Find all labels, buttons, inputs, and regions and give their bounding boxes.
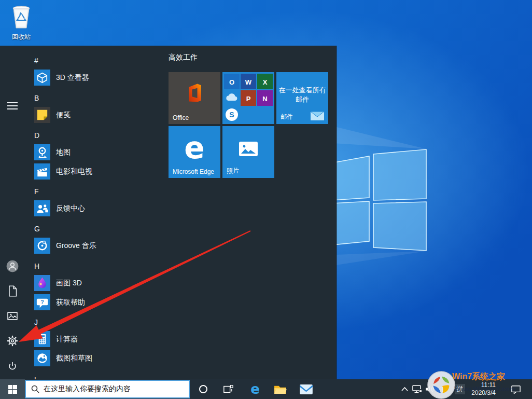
app-item-3d-viewer[interactable]: 3D 查看器 [30,68,165,87]
tile-group-label[interactable]: 高效工作 [169,53,198,62]
document-icon [6,285,19,297]
app-name: 3D 查看器 [56,73,89,82]
office-apps-grid-icon: O W X P N S [222,72,274,124]
app-name: 反馈中心 [56,204,85,213]
paint-3d-icon [34,275,50,291]
app-item-snip-sketch[interactable]: 截图和草图 [30,349,165,368]
gear-icon [6,334,19,348]
app-item-groove-music[interactable]: Groove 音乐 [30,236,165,255]
user-account-button[interactable] [0,254,25,279]
start-tiles-group: 高效工作 Office O W X P [168,46,337,379]
app-name: 计算器 [56,335,78,344]
search-placeholder: 在这里输入你要搜索的内容 [44,384,131,394]
file-explorer-icon [274,384,287,395]
search-icon [31,385,39,393]
tile-label: Office [173,114,189,121]
tray-network-button[interactable] [411,379,424,399]
svg-text:O: O [229,78,234,86]
app-name: 地图 [56,148,71,157]
svg-text:?: ? [40,299,44,305]
tile-label: Microsoft Edge [173,168,214,175]
section-letter[interactable]: D [34,129,53,142]
file-explorer-button[interactable] [270,379,290,399]
recycle-bin-shortcut[interactable]: 回收站 [5,4,37,42]
get-help-icon: ? [34,294,50,310]
app-name: 获取帮助 [56,298,85,307]
tile-label: 照片 [227,167,239,175]
tile-microsoft-edge[interactable]: e Microsoft Edge [169,126,220,178]
start-button[interactable] [0,379,25,399]
office-icon [183,81,206,104]
menu-expand-button[interactable] [0,94,25,119]
app-name: 便笺 [56,111,71,120]
app-name: 截图和草图 [56,354,92,363]
recycle-bin-label: 回收站 [5,33,37,42]
watermark-title: Win7系统之家 [452,372,505,382]
task-view-button[interactable] [218,379,239,399]
section-letter[interactable]: F [34,185,53,198]
settings-button[interactable] [0,328,25,353]
start-app-list: # 3D 查看器 B 便笺 D [25,46,168,379]
pictures-icon [6,310,19,322]
user-avatar-icon [6,259,19,273]
photos-icon [239,142,258,156]
section-letter[interactable]: H [34,260,53,272]
app-item-get-help[interactable]: ? 获取帮助 [30,293,165,312]
windows-start-icon [8,385,17,394]
section-letter[interactable]: J [34,316,53,328]
network-icon [412,384,423,394]
svg-text:S: S [229,111,234,119]
cortana-button[interactable] [193,379,214,399]
svg-text:P: P [246,95,251,103]
edge-taskbar-button[interactable]: e [245,379,265,399]
groove-music-icon [34,238,50,254]
app-item-calculator[interactable]: 计算器 [30,329,165,349]
app-item-sticky-notes[interactable]: 便笺 [30,105,165,125]
app-name: Groove 音乐 [56,241,96,251]
app-item-feedback-hub[interactable]: 反馈中心 [30,199,165,218]
app-item-paint-3d[interactable]: 画图 3D [30,273,165,293]
maps-icon [34,144,50,160]
tile-office[interactable]: Office [169,72,220,124]
app-name: 电影和电视 [56,167,92,176]
mail-icon [300,384,313,394]
sticky-notes-icon [34,107,50,123]
hamburger-icon [7,102,18,111]
movies-tv-icon [34,163,50,180]
taskbar-search-input[interactable]: 在这里输入你要搜索的内容 [25,380,190,398]
edge-logo-glyph: e [169,130,220,166]
section-letter[interactable]: G [34,223,53,235]
chevron-up-icon [401,387,408,391]
calculator-icon [34,331,50,347]
power-icon [6,360,19,372]
documents-button[interactable] [0,279,25,304]
pictures-button[interactable] [0,304,25,328]
tile-mail[interactable]: 在一处查看所有邮件 邮件 [276,72,328,124]
watermark-windows-orb [427,370,456,399]
snip-sketch-icon [34,350,50,366]
power-button[interactable] [0,353,25,378]
svg-text:W: W [245,78,252,86]
section-letter[interactable]: B [34,92,53,104]
watermark-url: Www.Winwin7.com [454,385,516,393]
recycle-bin-icon [10,4,33,30]
tile-office-apps[interactable]: O W X P N S [222,72,274,124]
svg-text:X: X [263,78,268,86]
mail-tile-headline: 在一处查看所有邮件 [276,86,328,104]
tray-show-hidden-icons[interactable] [398,379,411,399]
section-letter[interactable]: # [34,54,53,67]
app-item-maps[interactable]: 地图 [30,143,165,162]
app-name: 画图 3D [56,279,82,288]
section-letter-clipped[interactable]: L [34,374,53,379]
feedback-hub-icon [34,200,50,216]
tile-photos[interactable]: 照片 [222,126,274,178]
tile-label: 邮件 [281,113,293,121]
start-menu: # 3D 查看器 B 便笺 D [0,46,337,379]
svg-text:N: N [262,95,267,103]
app-item-movies-tv[interactable]: 电影和电视 [30,162,165,181]
mail-envelope-icon [311,112,324,120]
task-view-icon [222,384,234,394]
edge-icon: e [250,382,260,396]
3d-viewer-icon [34,70,50,86]
mail-taskbar-button[interactable] [296,379,316,399]
